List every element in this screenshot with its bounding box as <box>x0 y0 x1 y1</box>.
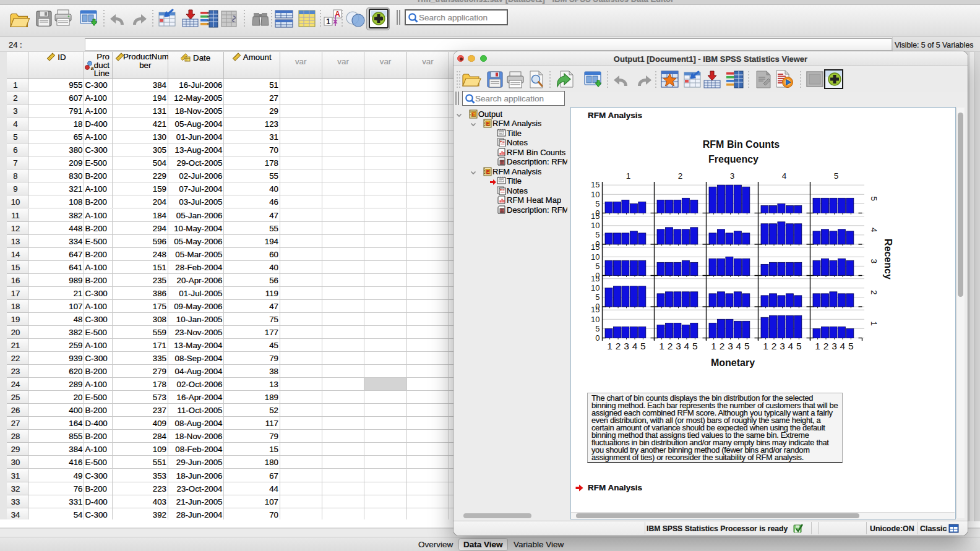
svg-text:15: 15 <box>591 211 600 221</box>
svg-text:5: 5 <box>744 341 750 351</box>
svg-text:0: 0 <box>595 333 600 343</box>
svg-text:2: 2 <box>668 341 673 351</box>
svg-text:10: 10 <box>591 315 600 324</box>
svg-text:5: 5 <box>796 341 802 351</box>
svg-text:4: 4 <box>684 341 690 351</box>
svg-text:2: 2 <box>616 341 621 351</box>
svg-text:15: 15 <box>591 180 600 189</box>
svg-text:5: 5 <box>834 171 839 181</box>
svg-text:2: 2 <box>869 290 879 295</box>
svg-text:a: a <box>90 65 94 71</box>
svg-text:4: 4 <box>736 341 742 351</box>
svg-text:3: 3 <box>676 341 681 351</box>
svg-text:RFM Bin Counts: RFM Bin Counts <box>703 139 780 150</box>
svg-text:5: 5 <box>595 324 600 333</box>
svg-text:3: 3 <box>624 341 629 351</box>
svg-text:5: 5 <box>595 199 600 208</box>
svg-text:4: 4 <box>782 171 787 181</box>
svg-text:5: 5 <box>848 341 854 351</box>
svg-text:3: 3 <box>832 341 837 351</box>
svg-text:3: 3 <box>780 341 785 351</box>
svg-text:10: 10 <box>591 252 600 262</box>
svg-text:2: 2 <box>823 341 829 351</box>
svg-text:Frequency: Frequency <box>708 154 759 164</box>
svg-text:10: 10 <box>591 283 600 293</box>
svg-text:10: 10 <box>591 221 600 230</box>
svg-text:4: 4 <box>840 341 846 351</box>
svg-text:1: 1 <box>607 341 612 351</box>
svg-text:2: 2 <box>720 341 725 351</box>
svg-text:4: 4 <box>869 228 879 233</box>
svg-text:3: 3 <box>869 258 879 263</box>
svg-text:2: 2 <box>678 171 683 181</box>
svg-text:1: 1 <box>869 321 879 326</box>
svg-text:10: 10 <box>591 190 600 199</box>
svg-text:4: 4 <box>632 341 638 351</box>
svg-text:5: 5 <box>595 293 600 302</box>
svg-text:4: 4 <box>788 341 794 351</box>
svg-text:5: 5 <box>595 262 600 271</box>
svg-text:2: 2 <box>772 341 777 351</box>
svg-text:5: 5 <box>869 196 879 201</box>
svg-text:3: 3 <box>728 341 733 351</box>
svg-text:15: 15 <box>591 274 600 283</box>
svg-text:3: 3 <box>730 171 735 181</box>
svg-text:1: 1 <box>763 341 768 351</box>
svg-text:15: 15 <box>591 305 600 314</box>
svg-text:1: 1 <box>711 341 716 351</box>
svg-text:Monetary: Monetary <box>711 357 755 368</box>
svg-text:5: 5 <box>640 341 646 351</box>
svg-text:1: 1 <box>626 171 631 181</box>
svg-text:Recency: Recency <box>883 239 893 280</box>
svg-text:1: 1 <box>815 341 820 351</box>
svg-text:5: 5 <box>595 230 600 239</box>
svg-text:E: E <box>486 121 490 127</box>
svg-text:5: 5 <box>692 341 698 351</box>
svg-text:1: 1 <box>659 341 664 351</box>
svg-text:E: E <box>486 169 490 175</box>
svg-text:1: 1 <box>326 17 330 26</box>
svg-text:E: E <box>472 111 476 117</box>
svg-text:15: 15 <box>591 242 600 252</box>
